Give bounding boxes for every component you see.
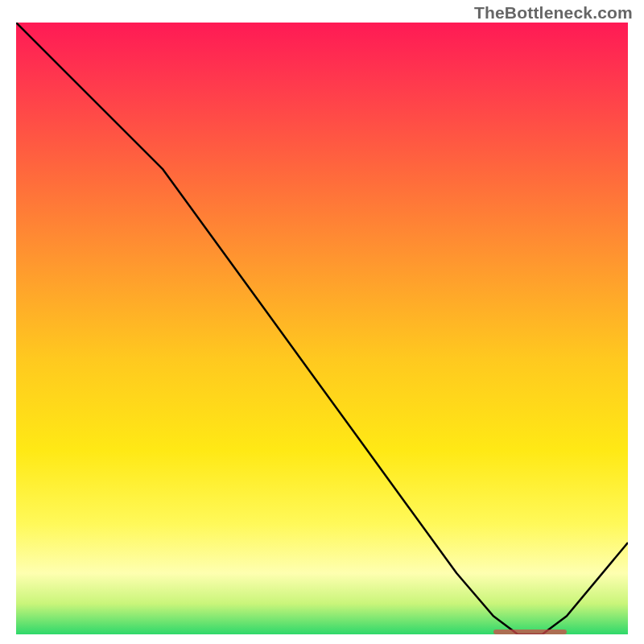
- watermark-text: TheBottleneck.com: [474, 3, 633, 23]
- bottleneck-curve-path: [16, 23, 628, 634]
- chart-plot-area: [16, 23, 628, 634]
- bottleneck-curve: [16, 23, 628, 634]
- optimum-range-marker: [493, 630, 567, 634]
